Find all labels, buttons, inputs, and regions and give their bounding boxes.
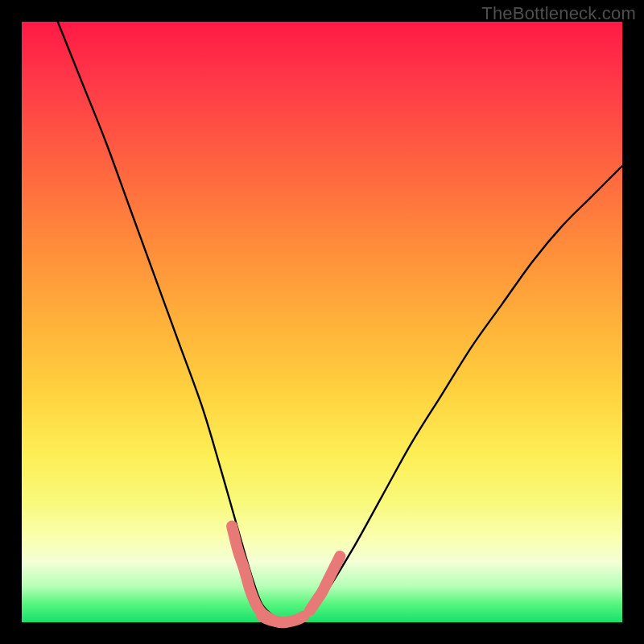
main-curve (58, 22, 622, 623)
curve-layer (58, 22, 622, 623)
highlight-segment (310, 556, 340, 610)
watermark-text: TheBottleneck.com (481, 3, 636, 24)
highlight-layer (232, 526, 340, 623)
chart-svg (22, 22, 622, 622)
chart-plot-area (22, 22, 622, 622)
highlight-segment (232, 526, 280, 622)
chart-frame: TheBottleneck.com (0, 0, 644, 644)
highlight-segment (262, 617, 303, 623)
